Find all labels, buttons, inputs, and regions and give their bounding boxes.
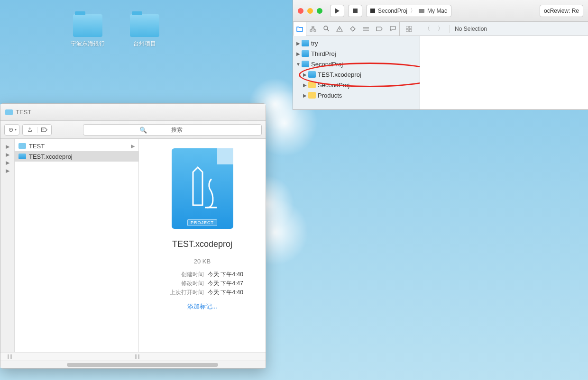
disclosure-triangle-icon[interactable]: ▶ <box>303 82 307 88</box>
tree-item-try[interactable]: ▶try <box>293 38 420 48</box>
preview-metadata: 创建时间今天 下午4:40 修改时间今天 下午4:47 上次打开时间今天 下午4… <box>161 270 243 298</box>
share-button[interactable] <box>23 127 37 133</box>
jump-bar-path[interactable]: No Selection <box>455 26 487 32</box>
add-tags-link[interactable]: 添加标记... <box>187 302 217 311</box>
tree-item-products[interactable]: ▶Products <box>293 90 420 100</box>
tree-item-secondproj-root[interactable]: ▼SecondProj <box>293 59 420 69</box>
stop-button[interactable] <box>348 5 362 17</box>
folder-icon <box>73 14 102 37</box>
list-item-test-xcodeproj[interactable]: TEST.xcodeproj <box>15 151 138 162</box>
disclosure-triangle-icon[interactable]: ▶ <box>296 41 301 46</box>
close-button[interactable] <box>298 8 303 14</box>
scheme-project: SecondProj <box>378 8 407 14</box>
resize-handle[interactable] <box>0 354 18 359</box>
folder-icon <box>18 143 26 149</box>
speech-icon <box>390 26 396 31</box>
play-icon <box>334 8 340 14</box>
list-item-label: TEST <box>29 143 45 150</box>
chevron-right-icon[interactable]: ▶ <box>0 152 14 158</box>
project-badge: PROJECT <box>187 219 217 226</box>
issue-navigator-tab[interactable] <box>333 22 346 36</box>
finder-toolbar: ▾ 🔍 <box>0 121 266 139</box>
desktop-folder-label: 台州项目 <box>123 40 166 48</box>
source-control-navigator-tab[interactable] <box>306 22 320 36</box>
preview-filename: TEST.xcodeproj <box>172 239 232 249</box>
meta-created-value: 今天 下午4:40 <box>208 271 243 279</box>
finder-body: ▶ ▶ ▶ ▶ TEST ▶ TEST.xcodeproj <box>0 139 266 352</box>
tree-label: SecondProj <box>311 61 343 68</box>
breakpoint-navigator-tab[interactable] <box>373 22 386 36</box>
status-text: ocReview: Re <box>544 8 579 14</box>
activity-status[interactable]: ocReview: Re <box>540 5 583 17</box>
chevron-right-icon[interactable]: ▶ <box>0 168 14 174</box>
xcodeproj-icon <box>308 71 316 78</box>
finder-footer <box>0 352 266 361</box>
report-navigator-tab[interactable] <box>386 22 399 36</box>
finder-horizontal-scrollbar[interactable] <box>0 361 266 368</box>
minimize-button[interactable] <box>307 8 313 14</box>
desktop-folder-taizhou[interactable]: 台州项目 <box>123 14 166 48</box>
chevron-right-icon[interactable]: ▶ <box>0 144 14 150</box>
chevron-right-icon[interactable]: ▶ <box>0 160 14 166</box>
tree-item-secondproj-folder[interactable]: ▶SecondProj <box>293 80 420 90</box>
mac-device-icon <box>419 9 424 13</box>
list-item-test-folder[interactable]: TEST ▶ <box>15 141 138 151</box>
xcodeproj-icon <box>302 40 309 46</box>
breakpoint-icon <box>376 27 383 31</box>
tree-label: SecondProj <box>318 81 349 89</box>
target-icon <box>370 9 375 13</box>
meta-created-label: 创建时间 <box>161 271 204 279</box>
navigator-tabs <box>293 22 399 36</box>
xcode-editor-area[interactable] <box>420 36 588 109</box>
go-forward-button[interactable]: 〉 <box>436 25 445 33</box>
test-navigator-tab[interactable] <box>346 22 359 36</box>
desktop-folder-yinhang[interactable]: 宁波东海银行 <box>66 14 109 48</box>
related-items-button[interactable] <box>404 25 413 33</box>
svg-rect-5 <box>310 30 312 31</box>
find-navigator-tab[interactable] <box>320 22 333 36</box>
tree-label: Products <box>318 92 342 99</box>
svg-rect-8 <box>406 26 408 28</box>
disclosure-triangle-icon[interactable]: ▶ <box>296 51 301 56</box>
project-navigator-tab[interactable] <box>293 22 306 36</box>
xcodeproj-icon <box>302 61 309 67</box>
resize-handle[interactable] <box>18 354 142 359</box>
search-input[interactable] <box>83 124 262 136</box>
disclosure-triangle-icon[interactable]: ▶ <box>303 93 307 98</box>
xcode-navigator-bar: 〈 〉 No Selection <box>293 22 588 36</box>
folder-icon <box>130 14 159 37</box>
diamond-icon <box>350 26 356 32</box>
share-icon <box>27 127 33 133</box>
tree-item-thirdproj[interactable]: ▶ThirdProj <box>293 48 420 59</box>
disclosure-triangle-icon[interactable]: ▶ <box>303 72 307 77</box>
preview-filesize: 20 KB <box>194 258 211 265</box>
toolbar-share-group <box>22 124 52 136</box>
chevron-right-icon: 〉 <box>410 7 416 15</box>
run-button[interactable] <box>330 5 344 17</box>
finder-titlebar[interactable]: TEST <box>0 104 266 121</box>
window-traffic-lights <box>298 8 322 14</box>
finder-search: 🔍 <box>83 124 262 136</box>
finder-sidebar-strip: ▶ ▶ ▶ ▶ <box>0 139 15 352</box>
svg-rect-6 <box>314 30 316 31</box>
scrollbar-thumb[interactable] <box>67 363 218 367</box>
svg-point-1 <box>10 129 11 130</box>
xcode-toolbar: SecondProj 〉 My Mac ocReview: Re <box>293 0 588 22</box>
disclosure-triangle-icon[interactable]: ▼ <box>296 62 301 67</box>
svg-rect-9 <box>409 26 412 28</box>
chevron-left-icon: 〈 <box>424 25 430 33</box>
svg-point-2 <box>42 129 43 130</box>
gear-icon <box>8 127 14 133</box>
tree-item-test-xcodeproj[interactable]: ▶TEST.xcodeproj <box>293 69 420 80</box>
project-navigator-tree: ▶try ▶ThirdProj ▼SecondProj ▶TEST.xcodep… <box>293 36 420 109</box>
gear-dropdown-button[interactable]: ▾ <box>5 127 19 133</box>
scheme-selector[interactable]: SecondProj 〉 My Mac <box>366 5 451 17</box>
meta-opened-value: 今天 下午4:40 <box>208 289 243 297</box>
svg-rect-3 <box>353 9 358 13</box>
debug-navigator-tab[interactable] <box>359 22 373 36</box>
go-back-button[interactable]: 〈 <box>423 25 432 33</box>
svg-rect-10 <box>406 29 408 32</box>
zoom-button[interactable] <box>317 8 322 14</box>
meta-modified-label: 修改时间 <box>161 280 204 288</box>
tags-button[interactable] <box>37 127 51 133</box>
